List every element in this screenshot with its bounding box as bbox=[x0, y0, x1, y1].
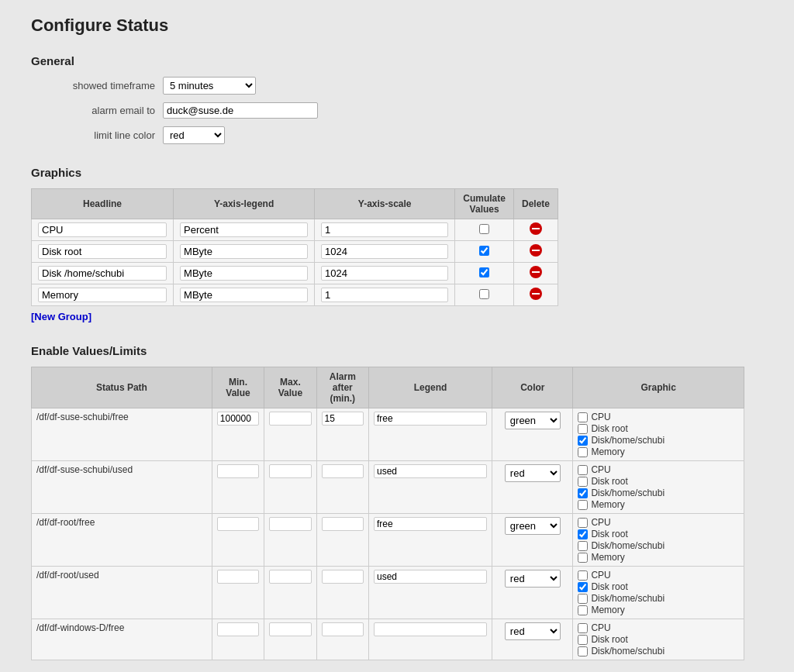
min-value-input[interactable] bbox=[217, 464, 259, 478]
graphic-checkbox[interactable] bbox=[578, 412, 588, 422]
graphic-checkbox[interactable] bbox=[578, 424, 588, 434]
graphic-checkbox[interactable] bbox=[578, 488, 588, 498]
max-value-input[interactable] bbox=[269, 517, 311, 531]
max-value-input[interactable] bbox=[269, 622, 311, 636]
graphic-check-text: Disk root bbox=[591, 476, 627, 487]
col-min-value: Min.Value bbox=[212, 367, 264, 408]
y-legend-input[interactable] bbox=[180, 266, 308, 281]
graphic-checkbox[interactable] bbox=[578, 541, 588, 551]
col-cumulate: CumulateValues bbox=[455, 189, 514, 219]
delete-button[interactable] bbox=[530, 288, 542, 300]
color-select[interactable]: green red blue yellow bbox=[505, 622, 561, 640]
color-select[interactable]: green red blue yellow bbox=[505, 517, 561, 535]
graphic-check-text: Disk root bbox=[591, 529, 627, 539]
limit-color-label: limit line color bbox=[31, 129, 155, 141]
limits-table: Status Path Min.Value Max.Value Alarmaft… bbox=[31, 367, 744, 660]
cumulate-checkbox[interactable] bbox=[479, 289, 489, 299]
min-value-input[interactable] bbox=[217, 622, 259, 636]
cumulate-checkbox[interactable] bbox=[479, 224, 489, 234]
legend-input[interactable] bbox=[374, 570, 487, 584]
graphic-check-label: Disk/home/schubi bbox=[578, 646, 739, 656]
graphic-checkbox[interactable] bbox=[578, 465, 588, 475]
graphic-check-label: Disk/home/schubi bbox=[578, 488, 739, 498]
legend-input[interactable] bbox=[374, 412, 487, 426]
graphic-check-text: CPU bbox=[591, 622, 610, 633]
alarm-input[interactable] bbox=[322, 622, 364, 636]
graphic-checks: CPU Disk root Disk/home/schubi Memory bbox=[578, 517, 739, 563]
min-value-input[interactable] bbox=[217, 412, 259, 426]
graphics-row bbox=[32, 241, 558, 263]
graphic-check-label: CPU bbox=[578, 464, 739, 475]
min-value-input[interactable] bbox=[217, 570, 259, 584]
new-group-link[interactable]: [New Group] bbox=[31, 311, 91, 322]
y-legend-input[interactable] bbox=[180, 288, 308, 302]
graphic-check-text: CPU bbox=[591, 517, 610, 528]
limits-row: /df/df-windows-D/free green red blue yel… bbox=[32, 619, 744, 660]
status-path: /df/df-root/free bbox=[36, 517, 95, 528]
graphic-check-label: Disk root bbox=[578, 634, 739, 645]
graphic-checkbox[interactable] bbox=[578, 605, 588, 615]
cumulate-checkbox[interactable] bbox=[479, 267, 489, 277]
headline-input[interactable] bbox=[38, 288, 167, 302]
limits-row: /df/df-root/free green red blue yellow C… bbox=[32, 514, 744, 567]
max-value-input[interactable] bbox=[269, 412, 311, 426]
color-select[interactable]: green red blue yellow bbox=[505, 412, 561, 429]
legend-input[interactable] bbox=[374, 622, 487, 636]
delete-button[interactable] bbox=[530, 266, 542, 278]
general-section: General showed timeframe 1 minute 5 minu… bbox=[31, 54, 763, 144]
graphic-check-label: Disk root bbox=[578, 529, 739, 539]
alarm-input[interactable] bbox=[322, 464, 364, 478]
headline-input[interactable] bbox=[38, 266, 167, 281]
graphic-check-label: Memory bbox=[578, 605, 739, 615]
y-scale-input[interactable] bbox=[321, 222, 448, 237]
y-scale-input[interactable] bbox=[321, 244, 448, 259]
color-select[interactable]: green red blue yellow bbox=[505, 570, 561, 588]
graphic-checks: CPU Disk root Disk/home/schubi Memory bbox=[578, 412, 739, 457]
delete-button[interactable] bbox=[530, 222, 542, 235]
alarm-input[interactable] bbox=[322, 517, 364, 531]
cumulate-checkbox[interactable] bbox=[479, 246, 489, 256]
timeframe-select[interactable]: 1 minute 5 minutes 15 minutes 30 minutes… bbox=[163, 77, 256, 95]
graphic-checkbox[interactable] bbox=[578, 646, 588, 656]
max-value-input[interactable] bbox=[269, 570, 311, 584]
graphic-check-text: CPU bbox=[591, 464, 610, 475]
graphic-checkbox[interactable] bbox=[578, 518, 588, 528]
graphic-checkbox[interactable] bbox=[578, 529, 588, 539]
limit-color-select[interactable]: red green blue yellow orange bbox=[163, 126, 225, 144]
timeframe-label: showed timeframe bbox=[31, 80, 155, 91]
graphic-checkbox[interactable] bbox=[578, 553, 588, 563]
graphic-checkbox[interactable] bbox=[578, 447, 588, 457]
y-scale-input[interactable] bbox=[321, 288, 448, 302]
alarm-input[interactable] bbox=[322, 570, 364, 584]
graphic-checkbox[interactable] bbox=[578, 436, 588, 446]
timeframe-row: showed timeframe 1 minute 5 minutes 15 m… bbox=[31, 77, 763, 95]
status-path: /df/df-suse-schubi/used bbox=[36, 464, 133, 475]
alarm-input[interactable] bbox=[322, 412, 364, 426]
graphic-checkbox[interactable] bbox=[578, 477, 588, 487]
delete-button[interactable] bbox=[530, 244, 542, 257]
status-path: /df/df-windows-D/free bbox=[36, 622, 124, 633]
y-scale-input[interactable] bbox=[321, 266, 448, 281]
legend-input[interactable] bbox=[374, 464, 487, 478]
max-value-input[interactable] bbox=[269, 464, 311, 478]
min-value-input[interactable] bbox=[217, 517, 259, 531]
graphic-checkbox[interactable] bbox=[578, 623, 588, 633]
headline-input[interactable] bbox=[38, 222, 167, 237]
legend-input[interactable] bbox=[374, 517, 487, 531]
color-select[interactable]: green red blue yellow bbox=[505, 464, 561, 482]
alarm-email-input[interactable] bbox=[163, 102, 318, 119]
graphic-checkbox[interactable] bbox=[578, 500, 588, 510]
page-title: Configure Status bbox=[31, 16, 763, 36]
graphic-checkbox[interactable] bbox=[578, 635, 588, 645]
limits-section: Enable Values/Limits Status Path Min.Val… bbox=[31, 344, 763, 660]
graphic-checkbox[interactable] bbox=[578, 594, 588, 604]
headline-input[interactable] bbox=[38, 244, 167, 259]
graphic-check-label: Disk/home/schubi bbox=[578, 435, 739, 446]
y-legend-input[interactable] bbox=[180, 222, 308, 237]
graphic-check-text: Disk/home/schubi bbox=[591, 435, 665, 446]
graphic-checkbox[interactable] bbox=[578, 570, 588, 581]
limits-row: /df/df-root/used green red blue yellow C… bbox=[32, 567, 744, 619]
graphic-check-text: Disk/home/schubi bbox=[591, 488, 665, 498]
graphic-checkbox[interactable] bbox=[578, 582, 588, 592]
y-legend-input[interactable] bbox=[180, 244, 308, 259]
